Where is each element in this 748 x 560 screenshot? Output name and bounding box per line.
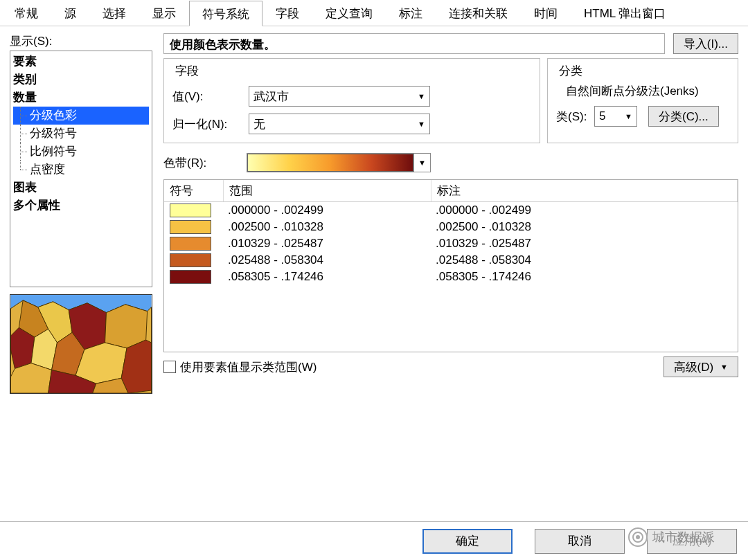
- range-cell[interactable]: .025488 - .058304: [228, 253, 436, 267]
- color-ramp-swatch: [247, 154, 413, 172]
- value-select[interactable]: 武汉市 ▼: [249, 86, 430, 107]
- range-cell[interactable]: .000000 - .002499: [228, 204, 436, 217]
- tree-subitem[interactable]: 点密度: [13, 161, 149, 179]
- apply-button[interactable]: 应用(A): [647, 529, 737, 554]
- class-table: 符号 范围 标注 .000000 - .002499.000000 - .002…: [163, 179, 738, 352]
- tree-item[interactable]: 类别: [13, 71, 149, 89]
- tree-item[interactable]: 数量: [13, 89, 149, 107]
- panel-title: 使用颜色表示数量。: [163, 33, 665, 54]
- dialog-button-bar: 确定 取消 应用(A): [0, 521, 748, 560]
- tab-7[interactable]: 标注: [386, 0, 436, 26]
- tab-1[interactable]: 源: [51, 0, 89, 26]
- tab-0[interactable]: 常规: [1, 0, 51, 26]
- tabs-bar: 常规源选择显示符号系统字段定义查询标注连接和关联时间HTML 弹出窗口: [0, 0, 748, 26]
- classes-value: 5: [599, 109, 605, 123]
- map-preview: [10, 294, 152, 394]
- value-label: 值(V):: [172, 89, 249, 105]
- classify-button[interactable]: 分类(C)...: [648, 106, 719, 127]
- table-row[interactable]: .058305 - .174246.058305 - .174246: [164, 269, 738, 285]
- tree-subitem[interactable]: 分级符号: [13, 125, 149, 143]
- table-row[interactable]: .000000 - .002499.000000 - .002499: [164, 202, 738, 219]
- col-range-header[interactable]: 范围: [224, 180, 431, 201]
- ok-button[interactable]: 确定: [422, 529, 513, 554]
- cancel-button[interactable]: 取消: [535, 529, 625, 554]
- chevron-down-icon: ▼: [625, 112, 632, 120]
- advanced-button-label: 高级(D): [674, 359, 714, 375]
- range-cell[interactable]: .010329 - .025487: [228, 237, 436, 251]
- tab-3[interactable]: 显示: [139, 0, 189, 26]
- label-cell[interactable]: .010329 - .025487: [436, 237, 732, 251]
- classify-fieldset: 分类 自然间断点分级法(Jenks) 类(S): 5 ▼ 分类(C)...: [547, 58, 738, 143]
- tab-6[interactable]: 定义查询: [312, 0, 386, 26]
- classification-method: 自然间断点分级法(Jenks): [566, 83, 729, 99]
- show-range-checkbox-label: 使用要素值显示类范围(W): [180, 359, 317, 375]
- classes-select[interactable]: 5 ▼: [594, 106, 637, 127]
- symbol-swatch[interactable]: [170, 253, 211, 267]
- tree-item[interactable]: 要素: [13, 53, 149, 71]
- range-cell[interactable]: .058305 - .174246: [228, 270, 436, 284]
- tree-item[interactable]: 多个属性: [13, 197, 149, 215]
- advanced-button[interactable]: 高级(D) ▼: [664, 356, 739, 377]
- normalize-select[interactable]: 无 ▼: [249, 114, 430, 134]
- normalize-select-text: 无: [253, 116, 265, 132]
- tab-8[interactable]: 连接和关联: [436, 0, 521, 26]
- col-label-header[interactable]: 标注: [431, 180, 738, 201]
- tab-5[interactable]: 字段: [262, 0, 312, 26]
- table-row[interactable]: .002500 - .010328.002500 - .010328: [164, 219, 738, 235]
- value-select-text: 武汉市: [253, 89, 289, 105]
- table-row[interactable]: .025488 - .058304.025488 - .058304: [164, 252, 738, 269]
- tab-10[interactable]: HTML 弹出窗口: [571, 0, 679, 26]
- tree-subitem[interactable]: 分级色彩: [13, 107, 149, 125]
- range-cell[interactable]: .002500 - .010328: [228, 220, 436, 234]
- show-label: 显示(S):: [10, 33, 154, 49]
- chevron-down-icon: ▼: [418, 120, 425, 128]
- classify-fieldset-title: 分类: [556, 63, 585, 79]
- category-tree: 要素类别数量分级色彩分级符号比例符号点密度图表多个属性: [10, 51, 152, 287]
- symbol-swatch[interactable]: [170, 237, 211, 251]
- label-cell[interactable]: .025488 - .058304: [436, 253, 732, 267]
- color-ramp-select[interactable]: ▼: [247, 153, 431, 172]
- field-fieldset: 字段 值(V): 武汉市 ▼ 归一化(N): 无 ▼: [163, 58, 540, 143]
- tab-9[interactable]: 时间: [521, 0, 571, 26]
- classes-label: 类(S):: [556, 109, 594, 125]
- chevron-down-icon: ▼: [413, 154, 430, 172]
- tree-subitem[interactable]: 比例符号: [13, 143, 149, 161]
- chevron-down-icon: ▼: [720, 363, 728, 371]
- color-ramp-label: 色带(R):: [163, 155, 247, 171]
- normalize-label: 归一化(N):: [172, 116, 249, 132]
- label-cell[interactable]: .000000 - .002499: [436, 204, 732, 217]
- show-range-checkbox[interactable]: [163, 361, 176, 373]
- symbol-swatch[interactable]: [170, 270, 211, 284]
- col-symbol-header[interactable]: 符号: [164, 180, 224, 201]
- symbol-swatch[interactable]: [170, 220, 211, 234]
- tab-4[interactable]: 符号系统: [189, 1, 262, 26]
- symbol-swatch[interactable]: [170, 204, 211, 217]
- tab-2[interactable]: 选择: [89, 0, 139, 26]
- field-fieldset-title: 字段: [172, 63, 202, 79]
- import-button[interactable]: 导入(I)...: [673, 33, 738, 54]
- chevron-down-icon: ▼: [418, 92, 425, 100]
- table-row[interactable]: .010329 - .025487.010329 - .025487: [164, 235, 738, 252]
- tree-item[interactable]: 图表: [13, 179, 149, 197]
- label-cell[interactable]: .002500 - .010328: [436, 220, 732, 234]
- label-cell[interactable]: .058305 - .174246: [436, 270, 732, 284]
